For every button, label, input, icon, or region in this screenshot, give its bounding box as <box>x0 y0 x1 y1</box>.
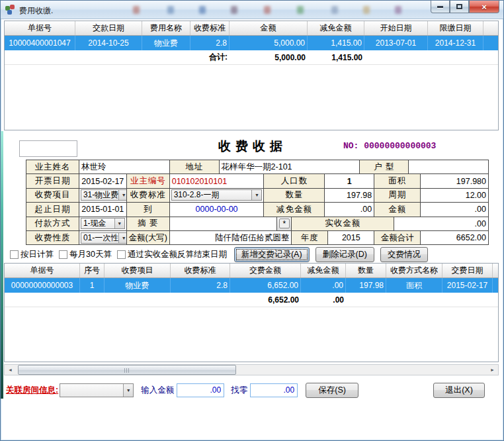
cell-start-date: 2013-07-01 <box>364 36 428 50</box>
pending-fees-table: 单据号 交款日期 费用名称 收费标准 金额 减免金额 开始日期 限缴日期 100… <box>4 21 499 130</box>
year-value[interactable]: 2015 <box>328 231 374 245</box>
reduction-value[interactable]: .00 <box>325 203 374 217</box>
amount-total-value[interactable]: 6652.00 <box>421 231 489 245</box>
window-edge-decoration <box>1 131 3 399</box>
titlebar: 费用收缴. × <box>1 1 504 19</box>
date-from-value[interactable]: 2015-01-01 <box>79 203 127 217</box>
glass-artifact <box>231 6 237 14</box>
column-header: 交费金额 <box>230 264 301 277</box>
fee-nature-dropdown[interactable]: 01-一次性▼ <box>81 232 127 244</box>
period-value[interactable]: 12.00 <box>421 189 489 203</box>
column-header: 收费项目 <box>105 264 171 277</box>
room-info-dropdown[interactable]: ▼ <box>60 383 134 397</box>
input-amount-field[interactable] <box>177 383 224 397</box>
cell-reduction: 1,415.00 <box>308 36 364 50</box>
actual-amount-value[interactable]: .00 <box>394 217 489 231</box>
summary-value[interactable] <box>170 217 278 231</box>
spacer <box>5 293 230 307</box>
to-label: 到 <box>127 203 170 217</box>
exit-button[interactable]: 退出(X) <box>433 383 485 398</box>
fee-item-cell: 31-物业费▼ <box>79 189 127 203</box>
column-header: 交款日期 <box>75 21 142 35</box>
area-label: 面积 <box>374 174 421 188</box>
close-button[interactable]: × <box>469 1 499 13</box>
owner-name-label: 业主姓名 <box>26 160 79 174</box>
total-amount: 5,000.00 <box>230 50 308 64</box>
amount-total-label: 金额合计 <box>374 231 421 245</box>
fee-item-label: 收费项目 <box>26 189 79 203</box>
payment-method-dropdown[interactable]: 1-现金▼ <box>81 218 125 229</box>
maximize-icon <box>456 4 462 9</box>
house-type-value[interactable] <box>409 160 489 174</box>
owner-name-value[interactable]: 林世玲 <box>79 160 170 174</box>
column-header: 收费方式名称 <box>386 264 442 277</box>
quantity-value[interactable]: 197.98 <box>325 189 374 203</box>
fee-standard-label: 收费标准 <box>127 189 170 203</box>
save-button[interactable]: 保存(S) <box>306 383 358 398</box>
actual-amount-label: 实收金额 <box>292 217 394 231</box>
payment-method-cell: 1-现金▼ <box>79 217 127 231</box>
column-header: 限缴日期 <box>428 21 483 35</box>
summary-label: 摘 要 <box>127 217 170 231</box>
cell-pay-amount: 6,652.00 <box>230 278 301 293</box>
app-window: 费用收缴. × 单据号 交款日期 费用名称 收费标准 金额 减免金额 开始日期 … <box>0 0 504 441</box>
scrollbar-thumb[interactable] <box>18 365 236 375</box>
date-to-value[interactable]: 0000-00-00 <box>170 203 265 217</box>
spacer <box>5 50 190 64</box>
column-header: 收费标准 <box>190 21 230 35</box>
table-row[interactable]: 00000000000003 1 物业费 2.8 6,652.00 .00 19… <box>5 278 498 293</box>
invoice-date-label: 开票日期 <box>26 174 79 188</box>
glass-artifact <box>264 6 271 14</box>
table-row[interactable]: 10000400001047 2014-10-25 物业费 2.8 5,000.… <box>5 36 498 50</box>
house-type-label: 户 型 <box>360 160 409 174</box>
form-row-4: 起止日期 2015-01-01 到 0000-00-00 减免金额 .00 金额… <box>26 203 489 217</box>
cell-pay-date: 2015-02-17 <box>442 278 493 293</box>
scroll-right-icon[interactable]: ► <box>487 365 498 375</box>
reverse-calc-checkbox[interactable] <box>117 250 126 259</box>
area-value[interactable]: 197.980 <box>421 174 489 188</box>
address-value[interactable]: 花样年华一期2-101 <box>220 160 360 174</box>
population-label: 人口数 <box>264 174 325 188</box>
column-header: 减免金额 <box>308 21 364 35</box>
close-icon: × <box>482 2 487 12</box>
cell-reduction: .00 <box>301 278 346 293</box>
fee-item-dropdown[interactable]: 31-物业费▼ <box>81 189 127 201</box>
form-row-5: 付款方式 1-现金▼ 摘 要 * 实收金额 .00 <box>26 217 489 231</box>
amount-words-value[interactable]: 陆仟陆佰伍拾贰圆整 <box>170 231 292 245</box>
receipt-number: NO: 00000000000003 <box>343 141 436 151</box>
form-row-6: 收费性质 01-一次性▼ 金额(大写) 陆仟陆佰伍拾贰圆整 年度 2015 金额… <box>26 231 489 245</box>
month-30days-checkbox[interactable] <box>59 250 67 259</box>
column-header: 费用名称 <box>142 21 190 35</box>
cell-quantity: 197.98 <box>346 278 386 293</box>
app-icon <box>5 5 16 15</box>
summary-picker-button[interactable]: * <box>277 217 292 231</box>
calc-by-day-label: 按日计算 <box>21 249 54 260</box>
minimize-button[interactable] <box>431 1 450 13</box>
receipt-form: 业主姓名 林世玲 地址 花样年华一期2-101 户 型 开票日期 2015-02… <box>26 160 489 245</box>
column-header-filler <box>493 264 498 277</box>
fee-standard-dropdown[interactable]: 310-2.8-一期▼ <box>171 189 263 201</box>
population-value[interactable]: 1 <box>325 174 374 188</box>
table-total-row: 合计: 5,000.00 1,415.00 <box>5 50 498 65</box>
reverse-calc-label: 通过实收金额反算结束日期 <box>128 249 227 260</box>
amount-value[interactable]: .00 <box>421 203 489 217</box>
invoice-date-value[interactable]: 2015-02-17 <box>79 174 127 188</box>
column-header: 单据号 <box>5 21 75 35</box>
owner-no-value[interactable]: 010102010101 <box>170 174 265 188</box>
maximize-button[interactable] <box>450 1 469 13</box>
amount-words-label: 金额(大写) <box>127 231 170 245</box>
glass-artifact <box>167 6 174 14</box>
input-amount-label: 输入金额 <box>141 385 174 396</box>
glass-artifact <box>395 6 401 14</box>
delete-record-button[interactable]: 删除记录(D) <box>315 247 374 262</box>
cell-receipt-no: 10000400001047 <box>5 36 75 50</box>
payment-status-button[interactable]: 交费情况 <box>380 247 428 262</box>
chevron-down-icon: ▼ <box>251 190 261 200</box>
column-header: 单据号 <box>5 264 80 277</box>
calc-by-day-checkbox[interactable] <box>10 250 19 259</box>
horizontal-scrollbar[interactable]: ◄ ► <box>4 364 499 375</box>
add-payment-record-button[interactable]: 新增交费记录(A) <box>234 247 310 262</box>
scroll-left-icon[interactable]: ◄ <box>5 365 16 375</box>
change-field[interactable] <box>250 383 298 397</box>
address-label: 地址 <box>170 160 220 174</box>
